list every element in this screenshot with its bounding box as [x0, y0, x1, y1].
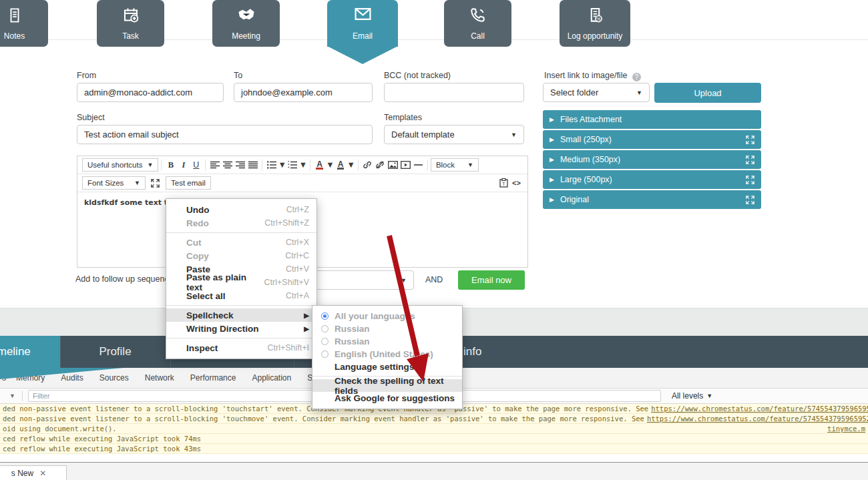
- phone-icon: [470, 7, 485, 23]
- folder-select[interactable]: Select folder ▼: [543, 83, 650, 102]
- expand-icon[interactable]: [746, 196, 754, 204]
- warning-link[interactable]: https://www.chromestatus.com/feature/574…: [651, 405, 868, 413]
- editor-toolbar-row1: Useful shortcuts ▼ B I U ▼ ▼ A ▼ A ▼: [77, 156, 527, 174]
- panel-original[interactable]: ▶ Original: [543, 190, 761, 209]
- align-justify-icon[interactable]: [246, 158, 259, 172]
- panel-large[interactable]: ▶ Large (500px): [543, 170, 761, 189]
- bold-button[interactable]: B: [164, 158, 177, 172]
- from-field[interactable]: admin@monaco-addict.com: [77, 83, 224, 102]
- tab-info-fragment[interactable]: info: [463, 336, 481, 368]
- font-sizes-label: Font Sizes: [87, 179, 124, 187]
- submenu-item-russian-1[interactable]: Russian: [312, 322, 462, 335]
- panel-medium[interactable]: ▶ Medium (350px): [543, 150, 761, 169]
- tab-task[interactable]: Task: [97, 0, 164, 47]
- chevron-down-icon[interactable]: ▼: [326, 158, 334, 172]
- menu-item-paste-plain[interactable]: Paste as plain text Ctrl+Shift+V: [166, 276, 316, 289]
- menu-item-inspect[interactable]: Inspect Ctrl+Shift+I: [166, 341, 316, 354]
- warning-text: oid using document.write().: [3, 425, 117, 433]
- drawer-tab-whats-new[interactable]: s New ✕: [0, 465, 67, 480]
- task-icon: [123, 7, 139, 23]
- tab-timeline-label: Timeline: [0, 345, 31, 358]
- panel-files-attachment[interactable]: ▶ Files Attachment: [543, 110, 761, 129]
- help-icon[interactable]: ?: [632, 73, 641, 81]
- console-warning-row[interactable]: ced reflow while executing JavaScript to…: [0, 434, 868, 444]
- background-color-button[interactable]: A: [335, 158, 347, 172]
- tab-call[interactable]: Call: [444, 0, 511, 47]
- submenu-item-english-us[interactable]: English (United States): [312, 348, 462, 361]
- useful-shortcuts-dropdown[interactable]: Useful shortcuts ▼: [82, 158, 158, 172]
- submenu-item-ask-google[interactable]: Ask Google for suggestions: [312, 392, 462, 405]
- close-icon[interactable]: ✕: [39, 469, 46, 478]
- menu-item-copy: Copy Ctrl+C: [166, 249, 316, 262]
- tab-timeline[interactable]: Timeline: [0, 336, 60, 368]
- subject-value: Test action email subject: [84, 130, 179, 140]
- warning-text: ded non-passive event listener to a scro…: [3, 415, 644, 423]
- email-now-button[interactable]: Email now: [458, 270, 525, 290]
- devtools-tab-performance[interactable]: Performance: [182, 368, 244, 388]
- underline-button[interactable]: U: [190, 158, 202, 172]
- expand-icon[interactable]: [746, 156, 754, 164]
- align-right-icon[interactable]: [234, 158, 246, 172]
- tab-notes[interactable]: Notes: [0, 0, 48, 47]
- console-warning-row[interactable]: ded non-passive event listener to a scro…: [0, 414, 868, 424]
- submenu-item-check-spelling[interactable]: Check the spelling of text fields: [312, 379, 462, 392]
- numbered-list-icon[interactable]: [286, 158, 299, 172]
- to-field[interactable]: johndoe@example.com: [234, 83, 373, 102]
- unlink-icon[interactable]: [374, 158, 387, 172]
- tab-meeting[interactable]: Meeting: [212, 0, 280, 47]
- email-now-label: Email now: [471, 275, 511, 285]
- italic-button[interactable]: I: [177, 158, 190, 172]
- menu-item-writing-direction[interactable]: Writing Direction ▶: [166, 322, 316, 335]
- align-center-icon[interactable]: [221, 158, 234, 172]
- chevron-down-icon: ▼: [511, 132, 517, 138]
- toolbar-separator: [205, 160, 206, 171]
- console-warning-row[interactable]: oid using document.write(). tinymce.m: [0, 424, 868, 434]
- bcc-field[interactable]: [384, 83, 524, 102]
- tab-profile[interactable]: Profile: [60, 336, 170, 368]
- devtools-tab-network[interactable]: Network: [137, 368, 182, 388]
- subject-field[interactable]: Test action email subject: [77, 125, 373, 144]
- chevron-down-icon[interactable]: ▼: [278, 158, 286, 172]
- paste-as-text-icon[interactable]: T: [497, 176, 510, 190]
- upload-button[interactable]: Upload: [654, 83, 761, 103]
- submenu-item-language-settings[interactable]: Language settings: [312, 361, 462, 373]
- media-icon[interactable]: [399, 158, 412, 172]
- toolbar-separator: [358, 160, 359, 171]
- panel-label: Original: [560, 195, 589, 204]
- bullet-list-icon[interactable]: [265, 158, 278, 172]
- panel-small[interactable]: ▶ Small (250px): [543, 130, 761, 149]
- devtools-tab-sources[interactable]: Sources: [91, 368, 137, 388]
- chevron-down-icon[interactable]: ▼: [347, 158, 355, 172]
- menu-item-spellcheck[interactable]: Spellcheck ▶: [166, 308, 316, 322]
- upload-label: Upload: [694, 88, 721, 98]
- expand-icon[interactable]: [746, 136, 754, 144]
- block-format-dropdown[interactable]: Block ▼: [431, 158, 479, 172]
- chevron-down-icon[interactable]: ▼: [299, 158, 307, 172]
- templates-select[interactable]: Default template ▼: [384, 125, 524, 144]
- warning-text: ced reflow while executing JavaScript to…: [3, 445, 201, 453]
- tab-log-opportunity[interactable]: % Log opportunity: [560, 0, 630, 47]
- link-icon[interactable]: [361, 158, 374, 172]
- submenu-item-russian-2[interactable]: Russian: [312, 335, 462, 348]
- font-sizes-dropdown[interactable]: Font Sizes ▼: [82, 176, 146, 190]
- warning-link[interactable]: https://www.chromestatus.com/feature/574…: [647, 415, 868, 423]
- source-link[interactable]: tinymce.m: [827, 425, 865, 433]
- menu-item-undo[interactable]: Undo Ctrl+Z: [166, 203, 316, 216]
- test-email-button[interactable]: Test email: [166, 176, 211, 190]
- text-color-button[interactable]: A: [313, 158, 326, 172]
- menu-label: Writing Direction: [186, 324, 259, 334]
- horizontal-rule-icon[interactable]: [412, 158, 425, 172]
- menu-label: Spellcheck: [186, 310, 234, 320]
- console-context-dropdown-icon[interactable]: ▼: [9, 393, 15, 399]
- devtools-tab-application[interactable]: Application: [244, 368, 299, 388]
- log-levels-dropdown[interactable]: All levels ▼: [672, 391, 712, 401]
- expand-icon[interactable]: [746, 176, 754, 184]
- tab-email[interactable]: Email: [327, 0, 398, 47]
- submenu-item-all-languages[interactable]: All your languages: [312, 310, 462, 322]
- align-left-icon[interactable]: [208, 158, 221, 172]
- console-warning-row[interactable]: ced reflow while executing JavaScript to…: [0, 444, 868, 454]
- source-code-icon[interactable]: <>: [510, 176, 523, 190]
- image-icon[interactable]: [387, 158, 399, 172]
- fullscreen-icon[interactable]: [149, 176, 162, 190]
- radio-icon: [321, 338, 329, 345]
